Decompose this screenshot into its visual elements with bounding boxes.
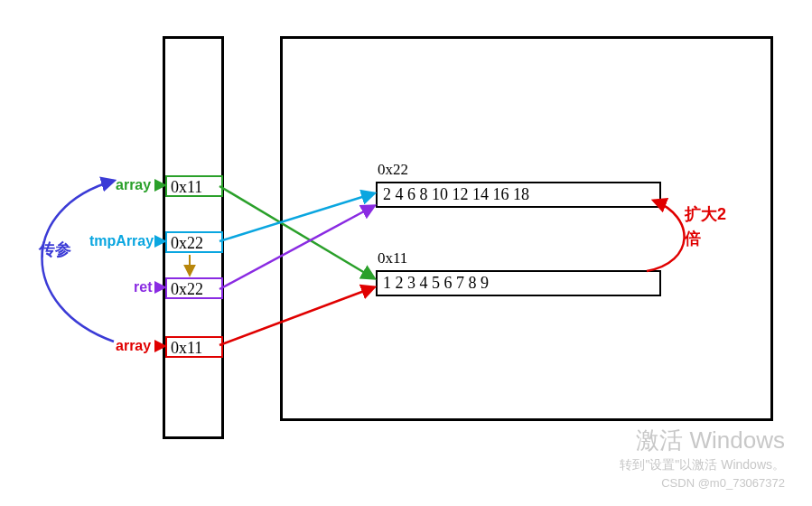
arrow-param-curve — [42, 181, 115, 342]
arrow-enlarge-curve — [647, 201, 685, 271]
arrow-array-bot-0x11 — [219, 287, 374, 345]
diagram-arrows — [0, 0, 812, 506]
